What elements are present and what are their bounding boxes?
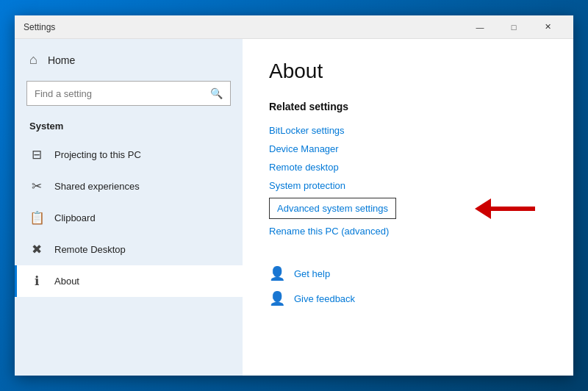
projecting-icon: ⊟ (29, 147, 44, 162)
maximize-button[interactable]: □ (497, 15, 531, 39)
clipboard-icon: 📋 (29, 210, 44, 226)
sidebar-item-label-shared: Shared experiences (54, 181, 140, 192)
page-title: About (269, 60, 547, 83)
remote-desktop-link[interactable]: Remote desktop (269, 158, 547, 176)
give-feedback-link[interactable]: Give feedback (294, 293, 355, 304)
sidebar-item-about[interactable]: ℹ About (15, 265, 243, 297)
remote-icon: ✖ (29, 242, 44, 257)
help-section: 👤 Get help 👤 Give feedback (269, 261, 547, 311)
give-feedback-item[interactable]: 👤 Give feedback (269, 286, 547, 311)
get-help-link[interactable]: Get help (294, 268, 330, 279)
window-title: Settings (24, 22, 463, 32)
search-box[interactable]: 🔍 (26, 81, 231, 106)
close-button[interactable]: ✕ (531, 15, 564, 39)
sidebar: ⌂ Home 🔍 System ⊟ Projecting to this PC … (15, 39, 243, 376)
arrow-head (475, 198, 491, 219)
give-feedback-icon: 👤 (269, 290, 285, 306)
titlebar: Settings — □ ✕ (15, 15, 573, 39)
device-manager-link[interactable]: Device Manager (269, 140, 547, 158)
get-help-item[interactable]: 👤 Get help (269, 261, 547, 286)
search-icon: 🔍 (210, 87, 223, 99)
search-input[interactable] (35, 88, 210, 99)
bitlocker-link[interactable]: BitLocker settings (269, 121, 547, 140)
sidebar-section-label: System (15, 115, 243, 139)
advanced-system-wrapper: Advanced system settings (269, 198, 547, 219)
sidebar-item-label-projecting: Projecting to this PC (54, 149, 141, 160)
home-icon: ⌂ (29, 52, 37, 68)
sidebar-item-label-clipboard: Clipboard (54, 212, 96, 223)
minimize-button[interactable]: — (463, 15, 497, 39)
sidebar-item-shared[interactable]: ✂ Shared experiences (15, 171, 243, 202)
about-icon: ℹ (29, 273, 44, 289)
shared-icon: ✂ (29, 179, 44, 194)
sidebar-item-projecting[interactable]: ⊟ Projecting to this PC (15, 139, 243, 171)
arrow-line (491, 207, 535, 211)
sidebar-item-label-remote: Remote Desktop (54, 244, 126, 255)
sidebar-home-label: Home (48, 54, 75, 66)
settings-window: Settings — □ ✕ ⌂ Home 🔍 System ⊟ Project… (15, 15, 573, 376)
arrow-pointer (475, 198, 535, 219)
system-protection-link[interactable]: System protection (269, 176, 547, 195)
advanced-system-link[interactable]: Advanced system settings (269, 198, 396, 219)
related-settings-label: Related settings (269, 101, 547, 112)
sidebar-item-remote[interactable]: ✖ Remote Desktop (15, 234, 243, 265)
get-help-icon: 👤 (269, 265, 285, 281)
window-content: ⌂ Home 🔍 System ⊟ Projecting to this PC … (15, 39, 573, 376)
window-controls: — □ ✕ (463, 15, 564, 39)
sidebar-home-item[interactable]: ⌂ Home (15, 39, 243, 81)
rename-pc-link[interactable]: Rename this PC (advanced) (269, 222, 547, 240)
main-content: About Related settings BitLocker setting… (243, 39, 573, 376)
sidebar-item-label-about: About (54, 276, 79, 287)
sidebar-item-clipboard[interactable]: 📋 Clipboard (15, 202, 243, 234)
